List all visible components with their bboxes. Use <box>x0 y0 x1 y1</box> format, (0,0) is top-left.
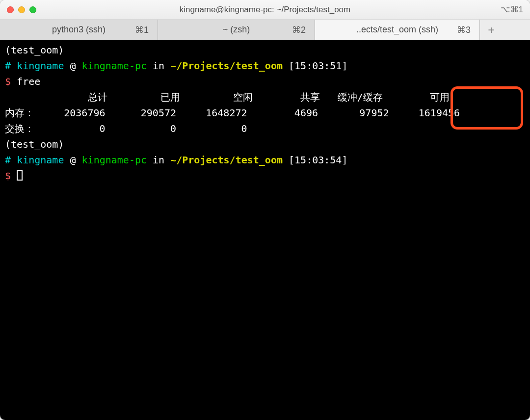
prompt-at: @ <box>70 154 76 166</box>
free-mem-row: 内存： 2036796 290572 1648272 4696 97952 16… <box>5 107 460 119</box>
prompt-host: kingname-pc <box>82 60 147 72</box>
prompt-time: [15:03:51] <box>289 60 347 72</box>
terminal-window: kingname@kingname-pc: ~/Projects/test_oo… <box>0 0 530 420</box>
prompt-dollar: $ <box>5 76 11 87</box>
terminal-content[interactable]: (test_oom) # kingname @ kingname-pc in ~… <box>0 40 530 420</box>
minimize-icon[interactable] <box>18 6 25 13</box>
free-swap-row: 交换： 0 0 0 <box>5 123 247 134</box>
tab-shortcut: ⌘2 <box>292 25 306 35</box>
prompt-in: in <box>153 154 164 166</box>
prompt-path: ~/Projects/test_oom <box>170 154 283 166</box>
tab-label: ..ects/test_oom (ssh) <box>356 25 438 35</box>
plus-icon: + <box>488 24 494 36</box>
cursor-icon <box>17 170 23 181</box>
new-tab-button[interactable]: + <box>480 20 503 40</box>
tabbar: python3 (ssh) ⌘1 ~ (zsh) ⌘2 ..ects/test_… <box>0 20 530 40</box>
prompt-user: kingname <box>17 154 64 166</box>
prompt-path: ~/Projects/test_oom <box>170 60 283 72</box>
window-shortcut: ⌥⌘1 <box>501 4 523 15</box>
close-icon[interactable] <box>7 6 14 13</box>
prompt-dollar: $ <box>5 170 11 182</box>
prompt-hash: # <box>5 154 11 166</box>
zoom-icon[interactable] <box>29 6 36 13</box>
tab-shortcut: ⌘1 <box>135 25 149 35</box>
prompt-in: in <box>153 60 164 72</box>
env-name: (test_oom) <box>5 138 64 150</box>
prompt-at: @ <box>70 60 76 72</box>
titlebar: kingname@kingname-pc: ~/Projects/test_oo… <box>0 0 530 20</box>
prompt-user: kingname <box>17 60 64 72</box>
command-text: free <box>17 76 40 87</box>
env-name: (test_oom) <box>5 44 64 56</box>
window-title: kingname@kingname-pc: ~/Projects/test_oo… <box>0 5 530 15</box>
prompt-hash: # <box>5 60 11 72</box>
tab-label: python3 (ssh) <box>52 25 106 35</box>
traffic-lights <box>0 6 36 13</box>
highlight-annotation <box>450 86 523 130</box>
prompt-host: kingname-pc <box>82 154 147 166</box>
tab-test-oom[interactable]: ..ects/test_oom (ssh) ⌘3 <box>315 20 480 40</box>
tab-shortcut: ⌘3 <box>457 25 471 35</box>
tab-zsh[interactable]: ~ (zsh) ⌘2 <box>158 20 315 40</box>
tab-label: ~ (zsh) <box>223 25 250 35</box>
free-header-row: 总计 已用 空闲 共享 缓冲/缓存 可用 <box>5 91 450 103</box>
prompt-time: [15:03:54] <box>289 154 347 166</box>
tab-python3[interactable]: python3 (ssh) ⌘1 <box>0 20 158 40</box>
